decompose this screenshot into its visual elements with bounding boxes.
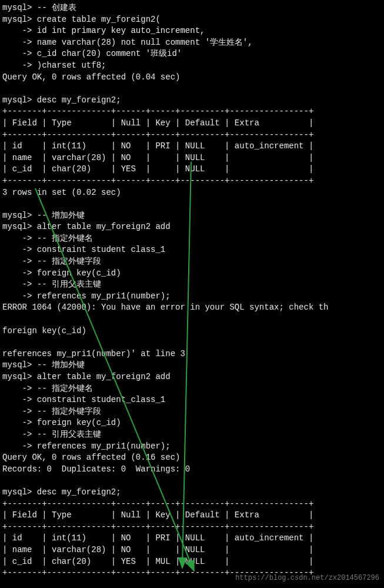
terminal-output: mysql> -- 创建表 mysql> create table my_for… — [2, 2, 382, 579]
watermark-text: https://blog.csdn.net/zx2014567296 — [235, 573, 379, 583]
